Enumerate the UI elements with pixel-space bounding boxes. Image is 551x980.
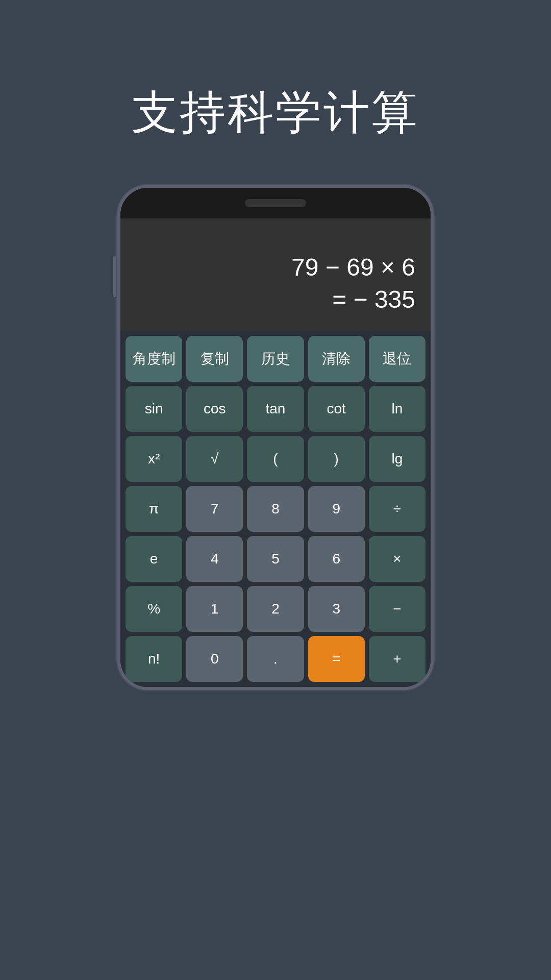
btn-divide[interactable]: ÷ [369, 486, 425, 532]
btn-add[interactable]: + [369, 636, 425, 682]
btn-cot[interactable]: cot [308, 386, 365, 432]
btn-history[interactable]: 历史 [247, 336, 304, 382]
btn-angle-mode[interactable]: 角度制 [126, 336, 182, 382]
btn-8[interactable]: 8 [247, 486, 304, 532]
btn-2[interactable]: 2 [247, 586, 304, 632]
btn-6[interactable]: 6 [308, 536, 365, 582]
btn-multiply[interactable]: × [369, 536, 425, 582]
btn-open-paren[interactable]: ( [247, 436, 304, 482]
btn-equals[interactable]: = [308, 636, 365, 682]
phone-mockup: 79 − 69 × 6 = − 335 角度制 复制 历史 清除 退位 sin … [117, 185, 434, 690]
calculator-display: 79 − 69 × 6 = − 335 [120, 218, 431, 331]
phone-top-bar [120, 188, 431, 218]
btn-subtract[interactable]: − [369, 586, 425, 632]
phone-frame: 79 − 69 × 6 = − 335 角度制 复制 历史 清除 退位 sin … [117, 185, 434, 690]
calc-result: = − 335 [332, 284, 415, 315]
btn-9[interactable]: 9 [308, 486, 365, 532]
btn-factorial[interactable]: n! [126, 636, 182, 682]
btn-close-paren[interactable]: ) [308, 436, 365, 482]
btn-sqrt[interactable]: √ [186, 436, 243, 482]
btn-3[interactable]: 3 [308, 586, 365, 632]
btn-4[interactable]: 4 [186, 536, 243, 582]
btn-decimal[interactable]: . [247, 636, 304, 682]
btn-backspace[interactable]: 退位 [369, 336, 425, 382]
calc-expression: 79 − 69 × 6 [291, 252, 415, 283]
btn-square[interactable]: x² [126, 436, 182, 482]
calculator-keypad: 角度制 复制 历史 清除 退位 sin cos tan cot ln x² √ … [120, 331, 431, 687]
side-button [113, 256, 116, 297]
btn-e[interactable]: e [126, 536, 182, 582]
btn-lg[interactable]: lg [369, 436, 425, 482]
btn-tan[interactable]: tan [247, 386, 304, 432]
btn-7[interactable]: 7 [186, 486, 243, 532]
btn-sin[interactable]: sin [126, 386, 182, 432]
btn-5[interactable]: 5 [247, 536, 304, 582]
btn-percent[interactable]: % [126, 586, 182, 632]
phone-speaker [245, 199, 306, 207]
page-title: 支持科学计算 [132, 82, 419, 144]
btn-clear[interactable]: 清除 [308, 336, 365, 382]
btn-0[interactable]: 0 [186, 636, 243, 682]
btn-1[interactable]: 1 [186, 586, 243, 632]
btn-copy[interactable]: 复制 [186, 336, 243, 382]
btn-pi[interactable]: π [126, 486, 182, 532]
btn-cos[interactable]: cos [186, 386, 243, 432]
btn-ln[interactable]: ln [369, 386, 425, 432]
